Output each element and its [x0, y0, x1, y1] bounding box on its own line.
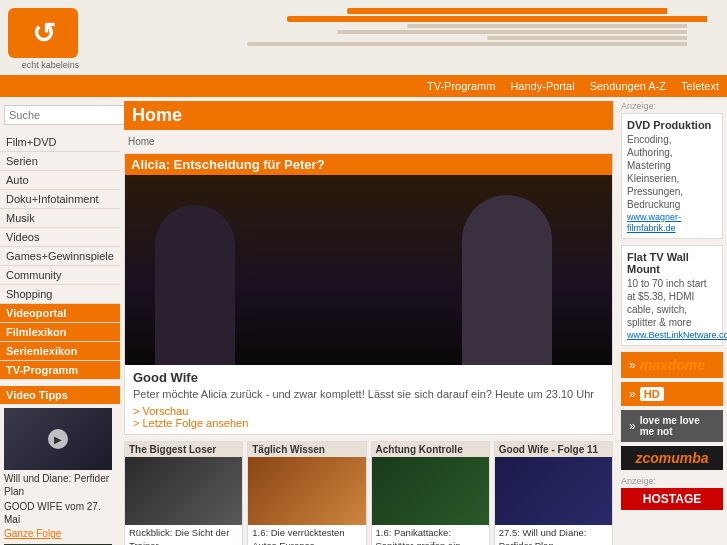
hostage-text: HOSTAGE: [625, 492, 719, 506]
figure-left: [155, 205, 235, 365]
logo-box: ↺: [8, 8, 78, 58]
maxdome-label: maxdome: [640, 357, 705, 373]
stripe-5: [487, 36, 687, 40]
promo-arrows-3: »: [629, 419, 636, 433]
nav-bar: TV-Programm Handy-Portal Sendungen A-Z T…: [0, 75, 727, 97]
promo-arrows-2: »: [629, 387, 636, 401]
video-item-title-0: The Biggest Loser: [125, 442, 242, 457]
nav-handy-portal[interactable]: Handy-Portal: [510, 80, 574, 92]
sidebar-item-games[interactable]: Games+Gewinnspiele: [0, 247, 120, 266]
video-item-caption-3: 27.5: Will und Diane: Perfider Plan: [495, 525, 612, 545]
zomumba-logo: zcomumba: [625, 450, 719, 466]
featured-show-name: Good Wife: [133, 370, 604, 385]
nav-sendungen-az[interactable]: Sendungen A-Z: [590, 80, 666, 92]
logo-icon: ↺: [32, 17, 55, 50]
stripe-1: [347, 8, 667, 14]
sidebar-item-filmlexikon[interactable]: Filmlexikon: [0, 323, 120, 342]
stripe-6: [247, 42, 687, 46]
ad-block-2: Flat TV Wall Mount 10 to 70 inch start a…: [621, 245, 723, 346]
video-item-caption-1: 1.6: Die verrücktesten Autos Europas: [248, 525, 365, 545]
promo-maxdome[interactable]: » maxdome: [621, 352, 723, 378]
content-area: Home Home Alicia: Entscheidung für Peter…: [120, 97, 617, 545]
sidebar-menu: Film+DVD Serien Auto Doku+Infotainment M…: [0, 133, 120, 304]
sidebar-orange-menu: Videoportal Filmlexikon Serienlexikon TV…: [0, 304, 120, 380]
page-title: Home: [132, 105, 605, 126]
ad-body-2: 10 to 70 inch start at $5.38, HDMI cable…: [627, 277, 717, 329]
sidebar-video-link-1[interactable]: Ganze Folge: [4, 528, 61, 539]
video-item-thumb-3: [495, 457, 612, 525]
video-item-1: Täglich Wissen 1.6: Die verrücktesten Au…: [247, 441, 366, 545]
featured-image: [125, 175, 612, 365]
breadcrumb: Home: [124, 134, 613, 149]
logo-text: echt kabeleins: [8, 60, 93, 70]
main-layout: >> Film+DVD Serien Auto Doku+Infotainmen…: [0, 97, 727, 545]
sidebar-item-film-dvd[interactable]: Film+DVD: [0, 133, 120, 152]
ad-label-1: Anzeige:: [621, 101, 723, 111]
sidebar-item-videos[interactable]: Videos: [0, 228, 120, 247]
sidebar-video-subtitle-1: GOOD WIFE vom 27. Mai: [4, 500, 116, 526]
video-grid: The Biggest Loser Rückblick: Die Sicht d…: [124, 441, 613, 545]
ad-block-1: DVD Produktion Encoding, Authoring, Mast…: [621, 113, 723, 239]
sidebar-item-musik[interactable]: Musik: [0, 209, 120, 228]
promo-arrows-1: »: [629, 358, 636, 372]
ad-link-1[interactable]: www.wagner-filmfabrik.de: [627, 212, 681, 233]
header: ↺ echt kabeleins: [0, 0, 727, 75]
video-item-title-1: Täglich Wissen: [248, 442, 365, 457]
video-item-title-3: Good Wife - Folge 11: [495, 442, 612, 457]
ad-body-1: Encoding, Authoring, Mastering Kleinseri…: [627, 133, 717, 211]
video-item-thumb-2: [372, 457, 489, 525]
video-item-thumb-1: [248, 457, 365, 525]
ad-label-2: Anzeige:: [621, 476, 723, 486]
video-item-caption-0: Rückblick: Die Sicht der Trainer: [125, 525, 242, 545]
video-item-3: Good Wife - Folge 11 27.5: Will und Dian…: [494, 441, 613, 545]
play-icon-1: ▶: [48, 429, 68, 449]
featured-link-letzte-folge[interactable]: > Letzte Folge ansehen: [133, 417, 604, 429]
logo[interactable]: ↺ echt kabeleins: [8, 8, 93, 63]
sidebar-item-doku[interactable]: Doku+Infotainment: [0, 190, 120, 209]
hostage-block[interactable]: HOSTAGE: [621, 488, 723, 510]
featured-title: Alicia: Entscheidung für Peter?: [125, 154, 612, 175]
header-stripes: [147, 0, 727, 75]
video-item-thumb-0: [125, 457, 242, 525]
featured-links: > Vorschau > Letzte Folge ansehen: [133, 405, 604, 429]
video-item-2: Achtung Kontrolle 1.6: Panikattacke: San…: [371, 441, 490, 545]
featured-info: Good Wife Peter möchte Alicia zurück - u…: [125, 365, 612, 434]
right-sidebar: Anzeige: DVD Produktion Encoding, Author…: [617, 97, 727, 545]
featured-description: Peter möchte Alicia zurück - und zwar ko…: [133, 387, 604, 402]
featured-link-vorschau[interactable]: > Vorschau: [133, 405, 604, 417]
sidebar-item-serien[interactable]: Serien: [0, 152, 120, 171]
stripe-2: [287, 16, 707, 22]
promo-love[interactable]: » love me love me not: [621, 410, 723, 442]
video-item-title-2: Achtung Kontrolle: [372, 442, 489, 457]
featured-block: Alicia: Entscheidung für Peter? Good Wif…: [124, 153, 613, 435]
sidebar-item-shopping[interactable]: Shopping: [0, 285, 120, 304]
sidebar-video-1[interactable]: ▶ Will und Diane: Perfider Plan GOOD WIF…: [4, 408, 116, 540]
video-item-caption-2: 1.6: Panikattacke: Sanitäter greifen ein: [372, 525, 489, 545]
ad-link-2[interactable]: www.BestLinkNetware.com: [627, 330, 727, 340]
figure-right: [462, 195, 552, 365]
video-tipps-section: Video Tipps: [0, 386, 120, 404]
sidebar-item-auto[interactable]: Auto: [0, 171, 120, 190]
sidebar-item-videoportal[interactable]: Videoportal: [0, 304, 120, 323]
featured-scene: [125, 175, 612, 365]
sidebar-item-community[interactable]: Community: [0, 266, 120, 285]
stripe-3: [407, 24, 687, 28]
page-title-bar: Home: [124, 101, 613, 130]
sidebar-video-caption-1: Will und Diane: Perfider Plan: [4, 472, 116, 498]
sidebar-item-tv-programm[interactable]: TV-Programm: [0, 361, 120, 380]
hd-badge: HD: [640, 387, 664, 401]
sidebar-video-thumb-1: ▶: [4, 408, 112, 470]
sidebar: >> Film+DVD Serien Auto Doku+Infotainmen…: [0, 97, 120, 545]
ad-title-1: DVD Produktion: [627, 119, 717, 131]
ad-title-2: Flat TV Wall Mount: [627, 251, 717, 275]
love-label: love me love me not: [640, 415, 715, 437]
nav-teletext[interactable]: Teletext: [681, 80, 719, 92]
nav-tv-programm[interactable]: TV-Programm: [427, 80, 495, 92]
search-bar: >>: [4, 105, 116, 125]
stripe-4: [337, 30, 687, 34]
sidebar-item-serienlexikon[interactable]: Serienlexikon: [0, 342, 120, 361]
video-item-0: The Biggest Loser Rückblick: Die Sicht d…: [124, 441, 243, 545]
promo-hd[interactable]: » HD: [621, 382, 723, 406]
zomumba-block[interactable]: zcomumba: [621, 446, 723, 470]
